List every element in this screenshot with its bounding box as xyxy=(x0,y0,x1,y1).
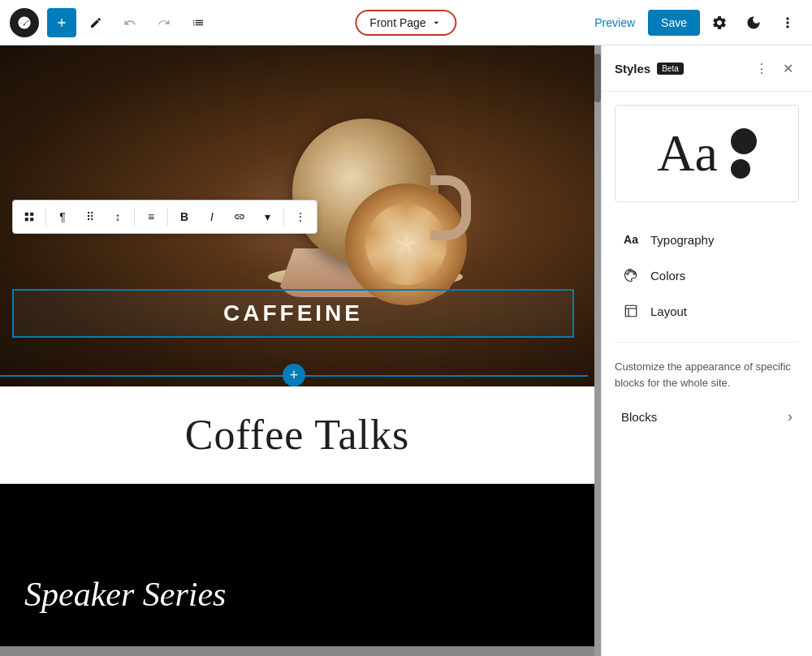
layout-icon xyxy=(621,301,641,321)
dot-large xyxy=(731,128,757,154)
typography-menu-item[interactable]: Aa Typography xyxy=(608,222,806,257)
add-block-button[interactable] xyxy=(47,8,76,37)
align-button[interactable]: ≡ xyxy=(138,204,164,230)
block-toolbar: ¶ ⠿ ↕ ≡ B I ▾ ⋮ xyxy=(12,200,317,234)
styles-panel: Styles Beta ⋮ ✕ Aa Aa Typography xyxy=(601,45,812,656)
typography-label: Typography xyxy=(650,233,714,247)
hero-section[interactable]: ¶ ⠿ ↕ ≡ B I ▾ ⋮ CAFFEINE xyxy=(0,45,594,386)
caffeine-title: CAFFEINE xyxy=(223,300,363,326)
save-button[interactable]: Save xyxy=(648,10,700,36)
dot-small xyxy=(731,159,750,179)
panel-divider xyxy=(615,342,799,343)
paragraph-button[interactable]: ¶ xyxy=(50,204,76,230)
scrollbar-thumb[interactable] xyxy=(594,54,601,102)
svg-text:W: W xyxy=(21,19,28,27)
blocks-label: Blocks xyxy=(621,410,657,424)
settings-button[interactable] xyxy=(705,8,734,37)
undo-button[interactable] xyxy=(115,8,145,37)
link-chevron-button[interactable]: ▾ xyxy=(254,204,280,230)
svg-rect-6 xyxy=(625,305,637,317)
style-preview: Aa xyxy=(615,105,799,202)
styles-header: Styles Beta ⋮ ✕ xyxy=(602,45,812,92)
editor-area[interactable]: ¶ ⠿ ↕ ≡ B I ▾ ⋮ CAFFEINE xyxy=(0,45,601,656)
cup-handle xyxy=(430,175,471,240)
main-layout: ¶ ⠿ ↕ ≡ B I ▾ ⋮ CAFFEINE xyxy=(0,45,812,656)
layout-menu-item[interactable]: Layout xyxy=(608,293,806,329)
wp-logo[interactable]: W xyxy=(10,8,39,37)
colors-menu-item[interactable]: Colors xyxy=(608,257,806,293)
toolbar-separator-2 xyxy=(134,208,135,226)
edit-tool-button[interactable] xyxy=(81,8,110,37)
blocks-row[interactable]: Blocks › xyxy=(608,400,806,434)
dark-mode-button[interactable] xyxy=(739,8,768,37)
front-page-label: Front Page xyxy=(369,16,425,29)
more-block-options-button[interactable]: ⋮ xyxy=(287,204,313,230)
panel-description: Customize the appearance of specific blo… xyxy=(602,349,812,400)
toolbar-separator-4 xyxy=(283,208,284,226)
svg-rect-3 xyxy=(30,213,33,216)
colors-label: Colors xyxy=(650,269,685,283)
style-menu: Aa Typography Colors Layout xyxy=(602,215,812,335)
block-type-button[interactable] xyxy=(16,204,42,230)
svg-rect-4 xyxy=(30,218,33,221)
preview-button[interactable]: Preview xyxy=(586,11,643,34)
redo-button[interactable] xyxy=(149,8,179,37)
front-page-button[interactable]: Front Page xyxy=(355,10,456,36)
styles-header-actions: ⋮ ✕ xyxy=(750,57,799,80)
beta-badge: Beta xyxy=(657,63,684,75)
blocks-chevron-icon: › xyxy=(788,408,793,425)
speaker-series-title: Speaker Series xyxy=(24,575,226,614)
italic-button[interactable]: I xyxy=(199,204,225,230)
caffeine-block[interactable]: CAFFEINE xyxy=(12,289,574,338)
preview-dots xyxy=(731,128,757,179)
move-button[interactable]: ↕ xyxy=(105,204,131,230)
colors-icon xyxy=(621,265,641,285)
styles-more-button[interactable]: ⋮ xyxy=(750,57,773,80)
right-toolbar: Preview Save xyxy=(586,8,802,37)
svg-rect-2 xyxy=(25,213,28,216)
top-toolbar: W Front Page Preview Save xyxy=(0,0,812,45)
bold-button[interactable]: B xyxy=(171,204,197,230)
toolbar-separator-3 xyxy=(167,208,168,226)
list-view-button[interactable] xyxy=(184,8,213,37)
coffee-talks-title: Coffee Talks xyxy=(16,411,578,459)
add-block-row[interactable]: + xyxy=(0,363,588,386)
scrollbar[interactable] xyxy=(594,45,601,656)
toolbar-separator-1 xyxy=(45,208,46,226)
coffee-talks-section[interactable]: Coffee Talks xyxy=(0,386,594,484)
speaker-series-section[interactable]: Speaker Series xyxy=(0,484,594,646)
grid-button[interactable]: ⠿ xyxy=(77,204,103,230)
add-block-circle-button[interactable]: + xyxy=(283,364,305,386)
cup-body xyxy=(292,119,438,265)
link-button[interactable] xyxy=(227,204,253,230)
more-options-button[interactable] xyxy=(773,8,802,37)
preview-aa-text: Aa xyxy=(657,127,718,179)
typography-icon: Aa xyxy=(621,230,641,249)
svg-rect-5 xyxy=(25,218,28,221)
layout-label: Layout xyxy=(650,304,687,318)
styles-close-button[interactable]: ✕ xyxy=(776,57,799,80)
styles-title: Styles xyxy=(615,62,650,76)
